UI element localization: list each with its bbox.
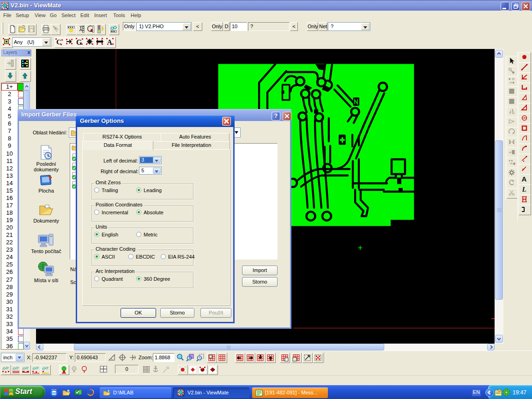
- svg-text:L: L: [522, 186, 526, 193]
- svg-text:?: ?: [55, 27, 58, 33]
- svg-text:s: s: [201, 367, 203, 369]
- svg-text:A: A: [107, 38, 113, 46]
- svg-text:A: A: [522, 175, 527, 183]
- svg-text:G: G: [76, 38, 82, 46]
